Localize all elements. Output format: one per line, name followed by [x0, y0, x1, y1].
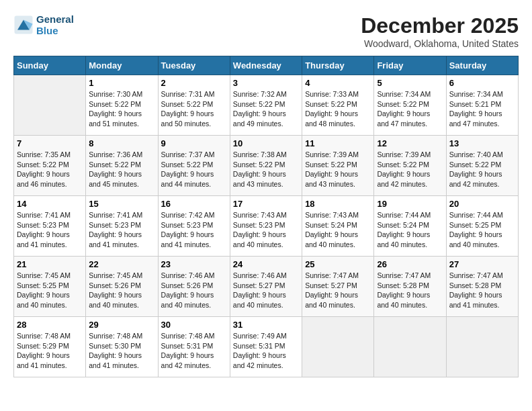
- calendar-cell: 20Sunrise: 7:44 AMSunset: 5:25 PMDayligh…: [446, 196, 518, 257]
- day-number: 14: [17, 199, 83, 209]
- day-info: Sunrise: 7:38 AMSunset: 5:22 PMDaylight:…: [233, 150, 299, 189]
- weekday-header-monday: Monday: [86, 56, 158, 75]
- logo-line1: General: [36, 13, 74, 25]
- calendar-cell: 11Sunrise: 7:39 AMSunset: 5:22 PMDayligh…: [302, 136, 374, 196]
- calendar-week-2: 7Sunrise: 7:35 AMSunset: 5:22 PMDaylight…: [14, 136, 519, 196]
- calendar-cell: 7Sunrise: 7:35 AMSunset: 5:22 PMDaylight…: [14, 136, 86, 196]
- weekday-header-wednesday: Wednesday: [230, 56, 302, 75]
- month-title: December 2025: [361, 13, 519, 38]
- logo-icon: [13, 15, 34, 35]
- calendar-cell: 23Sunrise: 7:46 AMSunset: 5:26 PMDayligh…: [158, 257, 230, 317]
- calendar-cell: [374, 317, 446, 377]
- day-info: Sunrise: 7:40 AMSunset: 5:22 PMDaylight:…: [449, 150, 515, 189]
- calendar-week-1: 1Sunrise: 7:30 AMSunset: 5:22 PMDaylight…: [14, 75, 519, 136]
- day-info: Sunrise: 7:44 AMSunset: 5:24 PMDaylight:…: [377, 210, 443, 250]
- day-number: 12: [377, 138, 443, 148]
- day-number: 29: [89, 320, 154, 330]
- day-info: Sunrise: 7:48 AMSunset: 5:29 PMDaylight:…: [17, 331, 83, 371]
- day-number: 24: [233, 259, 299, 269]
- day-info: Sunrise: 7:34 AMSunset: 5:21 PMDaylight:…: [449, 89, 515, 129]
- day-info: Sunrise: 7:33 AMSunset: 5:22 PMDaylight:…: [305, 89, 371, 129]
- day-number: 18: [305, 199, 371, 209]
- calendar-body: 1Sunrise: 7:30 AMSunset: 5:22 PMDaylight…: [14, 75, 519, 377]
- calendar-cell: [302, 317, 374, 377]
- calendar-cell: [14, 75, 86, 136]
- calendar-cell: 22Sunrise: 7:45 AMSunset: 5:26 PMDayligh…: [86, 257, 158, 317]
- day-info: Sunrise: 7:49 AMSunset: 5:31 PMDaylight:…: [233, 331, 299, 371]
- day-number: 25: [305, 259, 371, 269]
- calendar-cell: 29Sunrise: 7:48 AMSunset: 5:30 PMDayligh…: [86, 317, 158, 377]
- calendar-cell: 19Sunrise: 7:44 AMSunset: 5:24 PMDayligh…: [374, 196, 446, 257]
- day-number: 16: [161, 199, 227, 209]
- day-info: Sunrise: 7:46 AMSunset: 5:26 PMDaylight:…: [161, 271, 227, 310]
- page-header: General Blue December 2025 Woodward, Okl…: [13, 13, 519, 49]
- calendar-week-4: 21Sunrise: 7:45 AMSunset: 5:25 PMDayligh…: [14, 257, 519, 317]
- day-number: 10: [233, 138, 299, 148]
- logo-line2: Blue: [36, 25, 74, 36]
- weekday-header-row: SundayMondayTuesdayWednesdayThursdayFrid…: [14, 56, 519, 75]
- day-number: 27: [449, 259, 515, 269]
- day-info: Sunrise: 7:35 AMSunset: 5:22 PMDaylight:…: [17, 150, 83, 189]
- day-info: Sunrise: 7:36 AMSunset: 5:22 PMDaylight:…: [89, 150, 154, 189]
- day-info: Sunrise: 7:31 AMSunset: 5:22 PMDaylight:…: [161, 89, 227, 129]
- calendar-cell: 26Sunrise: 7:47 AMSunset: 5:28 PMDayligh…: [374, 257, 446, 317]
- calendar-cell: 3Sunrise: 7:32 AMSunset: 5:22 PMDaylight…: [230, 75, 302, 136]
- calendar-cell: 17Sunrise: 7:43 AMSunset: 5:23 PMDayligh…: [230, 196, 302, 257]
- day-info: Sunrise: 7:43 AMSunset: 5:24 PMDaylight:…: [305, 210, 371, 250]
- day-number: 26: [377, 259, 443, 269]
- location: Woodward, Oklahoma, United States: [361, 38, 519, 49]
- day-info: Sunrise: 7:47 AMSunset: 5:28 PMDaylight:…: [377, 271, 443, 310]
- day-number: 15: [89, 199, 154, 209]
- calendar-cell: 1Sunrise: 7:30 AMSunset: 5:22 PMDaylight…: [86, 75, 158, 136]
- day-number: 5: [377, 78, 443, 88]
- weekday-header-saturday: Saturday: [446, 56, 518, 75]
- day-number: 7: [17, 138, 83, 148]
- day-info: Sunrise: 7:42 AMSunset: 5:23 PMDaylight:…: [161, 210, 227, 250]
- day-number: 28: [17, 320, 83, 330]
- calendar-cell: 15Sunrise: 7:41 AMSunset: 5:23 PMDayligh…: [86, 196, 158, 257]
- day-number: 22: [89, 259, 154, 269]
- day-info: Sunrise: 7:47 AMSunset: 5:28 PMDaylight:…: [449, 271, 515, 310]
- day-number: 1: [89, 78, 154, 88]
- day-number: 30: [161, 320, 227, 330]
- day-number: 3: [233, 78, 299, 88]
- weekday-header-sunday: Sunday: [14, 56, 86, 75]
- calendar-cell: 10Sunrise: 7:38 AMSunset: 5:22 PMDayligh…: [230, 136, 302, 196]
- day-number: 17: [233, 199, 299, 209]
- day-info: Sunrise: 7:39 AMSunset: 5:22 PMDaylight:…: [305, 150, 371, 189]
- day-number: 21: [17, 259, 83, 269]
- day-info: Sunrise: 7:43 AMSunset: 5:23 PMDaylight:…: [233, 210, 299, 250]
- weekday-header-tuesday: Tuesday: [158, 56, 230, 75]
- calendar-cell: 31Sunrise: 7:49 AMSunset: 5:31 PMDayligh…: [230, 317, 302, 377]
- calendar-week-5: 28Sunrise: 7:48 AMSunset: 5:29 PMDayligh…: [14, 317, 519, 377]
- calendar-cell: [446, 317, 518, 377]
- day-number: 2: [161, 78, 227, 88]
- day-info: Sunrise: 7:41 AMSunset: 5:23 PMDaylight:…: [89, 210, 154, 250]
- calendar-cell: 6Sunrise: 7:34 AMSunset: 5:21 PMDaylight…: [446, 75, 518, 136]
- day-info: Sunrise: 7:48 AMSunset: 5:31 PMDaylight:…: [161, 331, 227, 371]
- day-info: Sunrise: 7:45 AMSunset: 5:25 PMDaylight:…: [17, 271, 83, 310]
- day-info: Sunrise: 7:45 AMSunset: 5:26 PMDaylight:…: [89, 271, 154, 310]
- day-info: Sunrise: 7:39 AMSunset: 5:22 PMDaylight:…: [377, 150, 443, 189]
- day-info: Sunrise: 7:46 AMSunset: 5:27 PMDaylight:…: [233, 271, 299, 310]
- calendar-cell: 12Sunrise: 7:39 AMSunset: 5:22 PMDayligh…: [374, 136, 446, 196]
- day-info: Sunrise: 7:32 AMSunset: 5:22 PMDaylight:…: [233, 89, 299, 129]
- day-number: 23: [161, 259, 227, 269]
- day-info: Sunrise: 7:44 AMSunset: 5:25 PMDaylight:…: [449, 210, 515, 250]
- calendar-cell: 5Sunrise: 7:34 AMSunset: 5:22 PMDaylight…: [374, 75, 446, 136]
- calendar-cell: 14Sunrise: 7:41 AMSunset: 5:23 PMDayligh…: [14, 196, 86, 257]
- calendar-cell: 16Sunrise: 7:42 AMSunset: 5:23 PMDayligh…: [158, 196, 230, 257]
- calendar-cell: 21Sunrise: 7:45 AMSunset: 5:25 PMDayligh…: [14, 257, 86, 317]
- weekday-header-friday: Friday: [374, 56, 446, 75]
- day-number: 13: [449, 138, 515, 148]
- calendar-cell: 2Sunrise: 7:31 AMSunset: 5:22 PMDaylight…: [158, 75, 230, 136]
- calendar-cell: 4Sunrise: 7:33 AMSunset: 5:22 PMDaylight…: [302, 75, 374, 136]
- day-info: Sunrise: 7:48 AMSunset: 5:30 PMDaylight:…: [89, 331, 154, 371]
- weekday-header-thursday: Thursday: [302, 56, 374, 75]
- title-block: December 2025 Woodward, Oklahoma, United…: [361, 13, 519, 49]
- calendar-cell: 13Sunrise: 7:40 AMSunset: 5:22 PMDayligh…: [446, 136, 518, 196]
- day-number: 6: [449, 78, 515, 88]
- day-number: 4: [305, 78, 371, 88]
- calendar-cell: 25Sunrise: 7:47 AMSunset: 5:27 PMDayligh…: [302, 257, 374, 317]
- logo: General Blue: [13, 13, 74, 36]
